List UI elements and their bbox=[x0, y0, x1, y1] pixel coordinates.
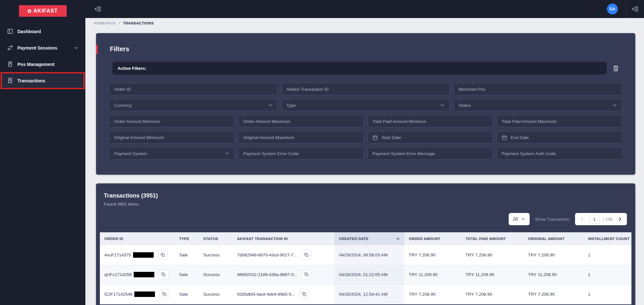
col-header-total-paid-amount[interactable]: TOTAL PAID AMOUNT bbox=[461, 232, 524, 245]
right-panel-toggle-button[interactable] bbox=[631, 5, 639, 13]
copy-icon bbox=[161, 272, 166, 277]
order-amount-max-input[interactable] bbox=[238, 115, 364, 127]
sidebar-item-transactions[interactable]: Transactions bbox=[0, 72, 85, 89]
copy-transaction-id-button[interactable] bbox=[302, 270, 312, 280]
active-filters-row: Active Filters: bbox=[112, 62, 620, 75]
breadcrumb-separator: / bbox=[119, 21, 120, 25]
transaction-id-value: 7d062949-6870-43cd-9027-7... bbox=[237, 253, 297, 257]
redaction-box bbox=[134, 291, 155, 297]
currency-select[interactable]: Currency bbox=[109, 99, 278, 111]
original-amount-max-input[interactable] bbox=[238, 131, 364, 143]
active-filters-bar: Active Filters: bbox=[112, 62, 607, 75]
transaction-id-value: 96892032-2189-438a-8867-0... bbox=[237, 272, 297, 277]
payment-system-error-message-input[interactable] bbox=[368, 147, 493, 160]
filters-row-5: Payment System bbox=[109, 147, 622, 160]
payment-system-error-code-input[interactable] bbox=[238, 147, 364, 160]
copy-icon bbox=[304, 272, 309, 277]
order-amount-value: TRY 7,208.90 bbox=[404, 245, 461, 265]
payment-system-auth-code-input[interactable] bbox=[497, 147, 622, 160]
accent-bar bbox=[96, 45, 98, 54]
transaction-id-value: 92b5dbf3-faed-4de4-89b5-5... bbox=[237, 292, 295, 297]
sidebar-item-payment-sessions[interactable]: Payment Sessions bbox=[0, 40, 85, 56]
clear-filters-button[interactable] bbox=[611, 64, 620, 72]
chevron-right-icon bbox=[617, 216, 623, 222]
merchant-pos-filter-input[interactable] bbox=[454, 83, 622, 95]
col-header-original-amount[interactable]: ORIGINAL AMOUNT bbox=[524, 232, 583, 245]
copy-order-id-button[interactable] bbox=[159, 290, 169, 299]
col-header-created-date[interactable]: CREATED DATE bbox=[334, 232, 404, 245]
prev-page-button[interactable] bbox=[579, 216, 586, 223]
avatar[interactable]: GA bbox=[607, 4, 618, 14]
type-select[interactable]: Type bbox=[282, 99, 450, 111]
total-paid-amount-min-input[interactable] bbox=[368, 115, 493, 127]
filters-panel: Filters Active Filters: Currency Type St… bbox=[96, 33, 635, 175]
original-amount-min-input[interactable] bbox=[109, 131, 235, 143]
order-id-filter-input[interactable] bbox=[109, 83, 278, 95]
sidebar-item-pos-management[interactable]: Pos Management bbox=[0, 56, 85, 72]
status-select-label: Status bbox=[458, 103, 471, 108]
calendar-icon bbox=[502, 135, 507, 140]
start-date-picker[interactable]: Start Date bbox=[368, 131, 493, 143]
filters-row-2: Currency Type Status bbox=[109, 99, 622, 111]
brand-logo[interactable]: AKIFAST bbox=[19, 5, 67, 17]
sidebar-toggle-icon bbox=[94, 5, 102, 13]
redaction-box bbox=[133, 252, 154, 258]
order-amount-min-input[interactable] bbox=[109, 115, 235, 127]
breadcrumb-homepage-link[interactable]: HOMEPAGE bbox=[94, 21, 116, 25]
col-header-order-id[interactable]: ORDER ID bbox=[100, 232, 175, 245]
page-size-select[interactable]: 20 bbox=[509, 213, 530, 225]
akifast-transaction-id-filter-input[interactable] bbox=[282, 83, 450, 95]
table-row[interactable]: 4vuF1714370 Sale Success 7d062949-6870-4… bbox=[100, 245, 631, 265]
sidebar-item-label: Transactions bbox=[17, 78, 45, 83]
col-header-installment-count[interactable]: INSTALLMENT COUNT bbox=[583, 232, 631, 245]
created-date-value: 04/29/2024, 08:58:03 AM bbox=[334, 245, 404, 265]
filters-row-4: Start Date End Date bbox=[109, 131, 622, 143]
brand-logo-icon bbox=[28, 9, 31, 13]
topbar: GA bbox=[85, 0, 644, 18]
total-paid-amount-value: TRY 11,208.90 bbox=[461, 265, 524, 284]
brand-logo-text: AKIFAST bbox=[34, 8, 58, 14]
sidebar-item-dashboard[interactable]: Dashboard bbox=[0, 23, 85, 40]
type-select-label: Type bbox=[286, 103, 296, 108]
sidebar-toggle-button[interactable] bbox=[94, 5, 102, 13]
table-row[interactable]: fZJF17142548 Sale Success 92b5dbf3-faed-… bbox=[100, 284, 631, 304]
original-amount-value: TRY 7,208.90 bbox=[524, 245, 583, 265]
payment-system-select-label: Payment System bbox=[114, 151, 147, 156]
copy-order-id-button[interactable] bbox=[158, 250, 168, 260]
col-header-status[interactable]: STATUS bbox=[199, 232, 233, 245]
next-page-button[interactable] bbox=[616, 216, 623, 223]
filters-row-3 bbox=[109, 115, 622, 127]
col-header-order-amount[interactable]: ORDER AMOUNT bbox=[404, 232, 461, 245]
current-page-input[interactable]: 1 bbox=[589, 215, 600, 224]
transactions-subtitle: Found 3951 items. bbox=[104, 202, 635, 207]
end-date-picker[interactable]: End Date bbox=[497, 131, 622, 143]
created-date-value: 04/28/2024, 01:22:05 AM bbox=[334, 265, 404, 284]
created-date-value: 04/28/2024, 12:54:41 AM bbox=[334, 284, 404, 304]
total-paid-amount-max-input[interactable] bbox=[497, 115, 622, 127]
sort-icon[interactable] bbox=[396, 236, 400, 241]
col-header-type[interactable]: TYPE bbox=[175, 232, 199, 245]
type-value: Sale bbox=[175, 284, 199, 304]
copy-transaction-id-button[interactable] bbox=[302, 250, 311, 260]
copy-transaction-id-button[interactable] bbox=[299, 290, 309, 299]
transactions-table: ORDER ID TYPE STATUS AKIFAST TRANSACTION… bbox=[100, 232, 631, 304]
table-row[interactable]: qUFc1714256 Sale Success 96892032-2189-4… bbox=[100, 265, 631, 284]
col-header-created-date-label: CREATED DATE bbox=[339, 237, 369, 241]
breadcrumb: HOMEPAGE / TRANSACTIONS bbox=[94, 21, 154, 25]
sidebar-item-label: Dashboard bbox=[17, 29, 41, 34]
trash-icon bbox=[612, 65, 619, 72]
show-transaction-label: Show Transaction bbox=[535, 217, 570, 222]
page-total-label: / 198 bbox=[603, 217, 613, 222]
payment-system-select[interactable]: Payment System bbox=[109, 147, 235, 160]
col-header-akifast-transaction-id[interactable]: AKIFAST TRANSACTION ID bbox=[233, 232, 334, 245]
end-date-label: End Date bbox=[511, 135, 529, 140]
type-value: Sale bbox=[175, 245, 199, 265]
topbar-right: GA bbox=[607, 0, 639, 18]
payment-sessions-icon bbox=[7, 45, 13, 51]
total-paid-amount-value: TRY 7,208.90 bbox=[461, 284, 524, 304]
table-header-row: ORDER ID TYPE STATUS AKIFAST TRANSACTION… bbox=[100, 232, 631, 245]
chevron-down-icon bbox=[225, 151, 230, 156]
copy-order-id-button[interactable] bbox=[159, 270, 168, 280]
status-value: Success bbox=[199, 284, 233, 304]
status-select[interactable]: Status bbox=[454, 99, 622, 111]
